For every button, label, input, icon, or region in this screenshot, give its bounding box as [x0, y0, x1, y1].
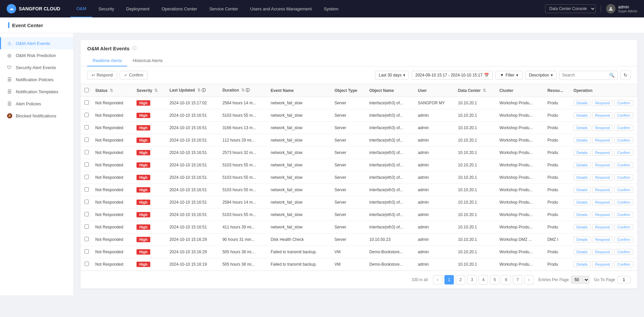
confirm-row-button[interactable]: Confirm [614, 100, 633, 106]
respond-row-button[interactable]: Respond [592, 236, 613, 243]
sidebar-item-blocked-notifications[interactable]: 🔕 Blocked Notifications [0, 110, 73, 122]
page-3-button[interactable]: 3 [467, 275, 477, 284]
confirm-row-button[interactable]: Confirm [614, 112, 633, 118]
page-5-button[interactable]: 5 [490, 275, 499, 284]
row-checkbox-9[interactable] [85, 212, 89, 216]
confirm-row-button[interactable]: Confirm [614, 187, 633, 193]
details-button[interactable]: Details [574, 249, 591, 255]
respond-row-button[interactable]: Respond [592, 112, 613, 118]
confirm-row-button[interactable]: Confirm [614, 125, 633, 131]
respond-row-button[interactable]: Respond [592, 174, 613, 180]
user-info[interactable]: admin Super Admin [606, 4, 637, 13]
row-checkbox-6[interactable] [85, 175, 89, 179]
tab-historical-alerts[interactable]: Historical Alerts [127, 55, 168, 66]
row-checkbox-12[interactable] [85, 249, 89, 254]
table-row: Not Responded High 2024-10-10 15:16:51 5… [80, 184, 637, 196]
row-checkbox-7[interactable] [85, 187, 89, 192]
respond-button[interactable]: ↩ Respond [87, 71, 117, 80]
nav-item-system[interactable]: System [318, 0, 344, 17]
respond-row-button[interactable]: Respond [592, 249, 613, 255]
row-checkbox-2[interactable] [85, 125, 89, 129]
details-button[interactable]: Details [574, 187, 591, 193]
details-button[interactable]: Details [574, 174, 591, 180]
nav-item-users-access[interactable]: Users and Access Management [244, 0, 318, 17]
details-button[interactable]: Details [574, 112, 591, 118]
confirm-button[interactable]: ✓ Confirm [120, 71, 148, 80]
select-all-checkbox[interactable] [85, 88, 89, 92]
sidebar-item-notification-policies[interactable]: ☰ Notification Policies [0, 73, 73, 86]
details-button[interactable]: Details [574, 236, 591, 243]
confirm-row-button[interactable]: Confirm [614, 174, 633, 180]
details-button[interactable]: Details [574, 212, 591, 218]
details-button[interactable]: Details [574, 125, 591, 131]
confirm-row-button[interactable]: Confirm [614, 199, 633, 205]
description-select[interactable]: Description ▾ [525, 71, 556, 80]
tab-realtime-alerts[interactable]: Realtime Alerts [87, 55, 127, 66]
details-button[interactable]: Details [574, 261, 591, 267]
details-button[interactable]: Details [574, 162, 591, 168]
sidebar-item-om-risk-prediction[interactable]: ◎ O&M Risk Prediction [0, 49, 73, 61]
search-button[interactable]: 🔍 [606, 71, 618, 80]
respond-row-button[interactable]: Respond [592, 125, 613, 131]
page-7-button[interactable]: 7 [513, 275, 522, 284]
refresh-button[interactable]: ↻ [621, 70, 631, 80]
table-row: Not Responded High 2024-10-10 15:16:51 4… [80, 221, 637, 233]
page-4-button[interactable]: 4 [479, 275, 488, 284]
page-1-button[interactable]: 1 [444, 275, 454, 284]
info-icon[interactable]: ⓘ [132, 45, 137, 51]
details-button[interactable]: Details [574, 199, 591, 205]
respond-row-button[interactable]: Respond [592, 187, 613, 193]
row-checkbox-3[interactable] [85, 138, 89, 142]
page-2-button[interactable]: 2 [456, 275, 465, 284]
sidebar-item-notification-templates[interactable]: ☰ Notification Templates [0, 86, 73, 98]
row-cluster: Workshop Produ... [497, 196, 545, 209]
date-range-display[interactable]: 2024-09-10 15:17 - 2024-10-10 15:17 📅 [412, 71, 493, 80]
respond-row-button[interactable]: Respond [592, 162, 613, 168]
respond-row-button[interactable]: Respond [592, 100, 613, 106]
confirm-row-button[interactable]: Confirm [614, 261, 633, 267]
confirm-row-button[interactable]: Confirm [614, 212, 633, 218]
date-range-button[interactable]: Last 30 days ▾ [375, 71, 409, 80]
details-button[interactable]: Details [574, 224, 591, 230]
row-checkbox-10[interactable] [85, 224, 89, 229]
details-button[interactable]: Details [574, 100, 591, 106]
nav-item-deployment[interactable]: Deployment [120, 0, 155, 17]
row-checkbox-0[interactable] [85, 100, 89, 105]
row-checkbox-11[interactable] [85, 237, 89, 241]
nav-item-operations-center[interactable]: Operations Center [156, 0, 203, 17]
row-checkbox-8[interactable] [85, 200, 89, 204]
details-button[interactable]: Details [574, 137, 591, 143]
respond-row-button[interactable]: Respond [592, 150, 613, 156]
confirm-row-button[interactable]: Confirm [614, 236, 633, 243]
confirm-row-button[interactable]: Confirm [614, 224, 633, 230]
row-checkbox-5[interactable] [85, 162, 89, 167]
page-6-button[interactable]: 6 [501, 275, 511, 284]
confirm-row-button[interactable]: Confirm [614, 249, 633, 255]
confirm-row-button[interactable]: Confirm [614, 137, 633, 143]
search-input[interactable] [559, 71, 606, 79]
next-page-button[interactable]: › [524, 275, 534, 284]
console-select[interactable]: Data Center Console [545, 4, 596, 13]
filter-button[interactable]: ▼ Filter ▾ [495, 71, 523, 80]
nav-item-service-center[interactable]: Service Center [203, 0, 244, 17]
sidebar-item-alert-policies[interactable]: ☰ Alert Policies [0, 98, 73, 110]
row-checkbox-13[interactable] [85, 262, 89, 266]
nav-item-security[interactable]: Security [92, 0, 120, 17]
confirm-row-button[interactable]: Confirm [614, 150, 633, 156]
row-checkbox-4[interactable] [85, 150, 89, 154]
respond-row-button[interactable]: Respond [592, 212, 613, 218]
respond-row-button[interactable]: Respond [592, 199, 613, 205]
respond-row-button[interactable]: Respond [592, 137, 613, 143]
confirm-row-button[interactable]: Confirm [614, 162, 633, 168]
per-page-select[interactable]: 50 100 200 [571, 276, 589, 284]
goto-input[interactable] [617, 276, 631, 283]
nav-item-om[interactable]: O&M [70, 0, 93, 17]
prev-page-button[interactable]: ‹ [433, 275, 442, 284]
sidebar-item-security-alert-events[interactable]: 🛡 Security Alert Events [0, 61, 73, 73]
respond-row-button[interactable]: Respond [592, 224, 613, 230]
brand-logo[interactable]: ☁ SANGFOR CLOUD [7, 4, 60, 13]
row-checkbox-1[interactable] [85, 113, 89, 117]
details-button[interactable]: Details [574, 150, 591, 156]
respond-row-button[interactable]: Respond [592, 261, 613, 267]
sidebar-item-om-alert-events[interactable]: ⚠ O&M Alert Events [0, 37, 73, 49]
